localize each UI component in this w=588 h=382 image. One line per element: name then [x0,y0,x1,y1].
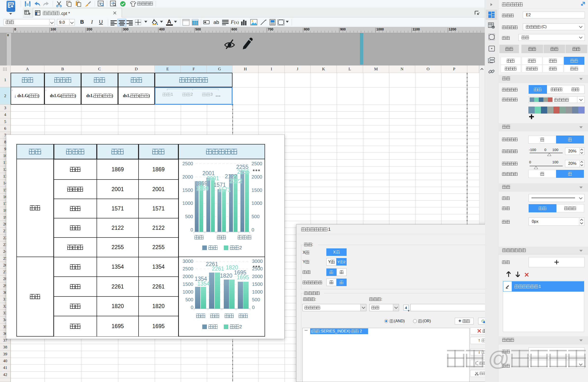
svg-text:800: 800 [304,27,310,31]
svg-text:500: 500 [195,27,201,31]
svg-text:600: 600 [231,27,237,31]
svg-text:400: 400 [159,27,165,31]
svg-text:1000: 1000 [376,27,384,31]
svg-text:200: 200 [87,27,92,31]
svg-text:300: 300 [123,27,129,31]
svg-text:1100: 1100 [413,27,420,31]
svg-text:900: 900 [340,27,346,31]
svg-text:1200: 1200 [449,27,456,31]
svg-text:100: 100 [50,27,56,31]
svg-text:700: 700 [268,27,273,31]
svg-text:0: 0 [14,27,16,31]
svg-text:i: i [493,26,493,29]
